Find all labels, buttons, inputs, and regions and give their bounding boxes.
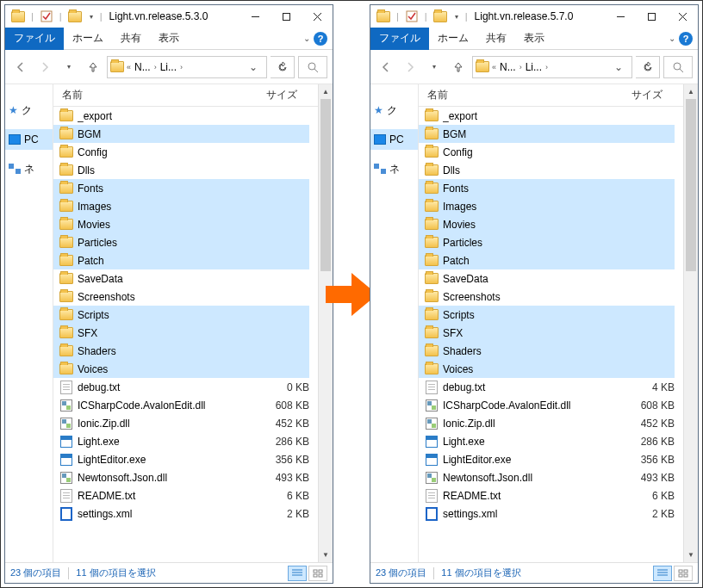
nav-quick-access[interactable]: ★ク (370, 100, 418, 121)
file-row[interactable]: debug.txt 0 KB (53, 378, 309, 396)
file-row[interactable]: ICSharpCode.AvalonEdit.dll 608 KB (53, 396, 309, 414)
folder-icon[interactable] (431, 7, 450, 26)
search-input[interactable] (663, 56, 693, 78)
navigation-pane[interactable]: ★ク PC ネ (370, 84, 419, 562)
nav-pc[interactable]: PC (370, 129, 418, 150)
file-row[interactable]: LightEditor.exe 356 KB (419, 450, 675, 468)
back-button[interactable] (376, 57, 396, 77)
breadcrumb-seg[interactable]: N... (498, 61, 518, 73)
tab-view[interactable]: 表示 (150, 28, 188, 50)
scroll-up-icon[interactable]: ▲ (684, 84, 698, 99)
breadcrumb-seg[interactable]: N... (133, 61, 152, 73)
scroll-down-icon[interactable]: ▼ (684, 548, 698, 562)
breadcrumb-seg[interactable]: Li... (524, 61, 544, 73)
file-row[interactable]: BGM (53, 125, 309, 143)
file-row[interactable]: BGM (419, 125, 675, 143)
file-row[interactable]: debug.txt 4 KB (419, 378, 675, 396)
tab-home[interactable]: ホーム (429, 28, 477, 50)
file-row[interactable]: Ionic.Zip.dll 452 KB (419, 414, 675, 432)
file-row[interactable]: settings.xml 2 KB (419, 504, 675, 523)
up-button[interactable] (83, 57, 103, 77)
scroll-thumb[interactable] (320, 99, 331, 271)
scroll-down-icon[interactable]: ▼ (319, 548, 333, 562)
minimize-button[interactable] (605, 5, 636, 28)
tab-file[interactable]: ファイル (370, 28, 429, 50)
file-row[interactable]: Scripts (419, 306, 675, 324)
tab-share[interactable]: 共有 (112, 28, 150, 50)
file-row[interactable]: Config (419, 143, 675, 161)
file-row[interactable]: ICSharpCode.AvalonEdit.dll 608 KB (419, 396, 675, 414)
file-row[interactable]: Fonts (419, 179, 675, 197)
tab-home[interactable]: ホーム (64, 28, 112, 50)
file-row[interactable]: settings.xml 2 KB (53, 504, 309, 523)
column-size[interactable]: サイズ (266, 88, 318, 102)
expand-ribbon-icon[interactable]: ⌄ (669, 34, 675, 43)
file-row[interactable]: SFX (419, 324, 675, 342)
forward-button[interactable] (34, 57, 55, 77)
view-details-button[interactable] (653, 566, 672, 581)
help-icon[interactable]: ? (679, 32, 693, 46)
file-row[interactable]: SaveData (419, 269, 675, 288)
file-row[interactable]: Shaders (53, 342, 309, 360)
scrollbar[interactable]: ▲ ▼ (683, 84, 698, 562)
file-row[interactable]: _export (53, 107, 309, 125)
file-row[interactable]: LightEditor.exe 356 KB (53, 450, 309, 468)
file-row[interactable]: Particles (419, 233, 675, 251)
folder-icon[interactable] (9, 7, 28, 26)
file-row[interactable]: SFX (53, 324, 309, 342)
expand-ribbon-icon[interactable]: ⌄ (303, 34, 310, 43)
file-list[interactable]: _export BGM Config Dlls Fonts Images Mov… (53, 107, 318, 562)
file-row[interactable]: SaveData (53, 269, 309, 288)
nav-network[interactable]: ネ (5, 158, 53, 179)
file-row[interactable]: README.txt 6 KB (419, 486, 675, 504)
tab-view[interactable]: 表示 (515, 28, 553, 50)
view-icons-button[interactable] (674, 566, 693, 581)
properties-icon[interactable] (402, 7, 421, 26)
close-button[interactable] (302, 5, 333, 28)
file-row[interactable]: Images (53, 197, 309, 215)
close-button[interactable] (667, 5, 698, 28)
file-row[interactable]: Config (53, 143, 309, 161)
search-input[interactable] (298, 56, 327, 78)
column-name[interactable]: 名前 (427, 88, 631, 102)
chevron-down-icon[interactable]: ▾ (451, 7, 462, 26)
file-row[interactable]: Voices (53, 360, 309, 378)
nav-quick-access[interactable]: ★ク (5, 100, 53, 121)
file-row[interactable]: Patch (53, 251, 309, 269)
scroll-thumb[interactable] (686, 99, 696, 271)
file-row[interactable]: Newtonsoft.Json.dll 493 KB (419, 468, 675, 486)
maximize-button[interactable] (636, 5, 667, 28)
folder-icon[interactable] (65, 7, 84, 26)
file-row[interactable]: Movies (53, 215, 309, 233)
nav-network[interactable]: ネ (370, 158, 418, 179)
breadcrumb-dropdown-icon[interactable]: ⌄ (607, 61, 630, 73)
help-icon[interactable]: ? (314, 32, 327, 46)
file-row[interactable]: Images (419, 197, 675, 215)
chevron-down-icon[interactable]: ▾ (86, 7, 96, 26)
file-row[interactable]: Ionic.Zip.dll 452 KB (53, 414, 309, 432)
file-row[interactable]: Voices (419, 360, 675, 378)
back-button[interactable] (10, 57, 31, 77)
minimize-button[interactable] (240, 5, 271, 28)
column-name[interactable]: 名前 (62, 88, 266, 102)
breadcrumb-seg[interactable]: Li... (159, 61, 178, 73)
properties-icon[interactable] (37, 7, 56, 26)
maximize-button[interactable] (271, 5, 302, 28)
recent-dropdown-icon[interactable]: ▾ (424, 57, 445, 77)
refresh-button[interactable] (271, 56, 295, 78)
up-button[interactable] (448, 57, 469, 77)
tab-file[interactable]: ファイル (5, 28, 64, 50)
file-row[interactable]: Shaders (419, 342, 675, 360)
refresh-button[interactable] (636, 56, 660, 78)
file-row[interactable]: Particles (53, 233, 309, 251)
recent-dropdown-icon[interactable]: ▾ (59, 57, 79, 77)
scroll-up-icon[interactable]: ▲ (319, 84, 333, 99)
navigation-pane[interactable]: ★ク PC ネ (5, 84, 53, 562)
file-row[interactable]: Fonts (53, 179, 309, 197)
breadcrumb[interactable]: « N... › Li... › ⌄ (107, 56, 267, 78)
column-size[interactable]: サイズ (631, 88, 683, 102)
file-row[interactable]: Movies (419, 215, 675, 233)
file-row[interactable]: Screenshots (53, 288, 309, 306)
file-row[interactable]: Newtonsoft.Json.dll 493 KB (53, 468, 309, 486)
file-row[interactable]: _export (419, 107, 675, 125)
